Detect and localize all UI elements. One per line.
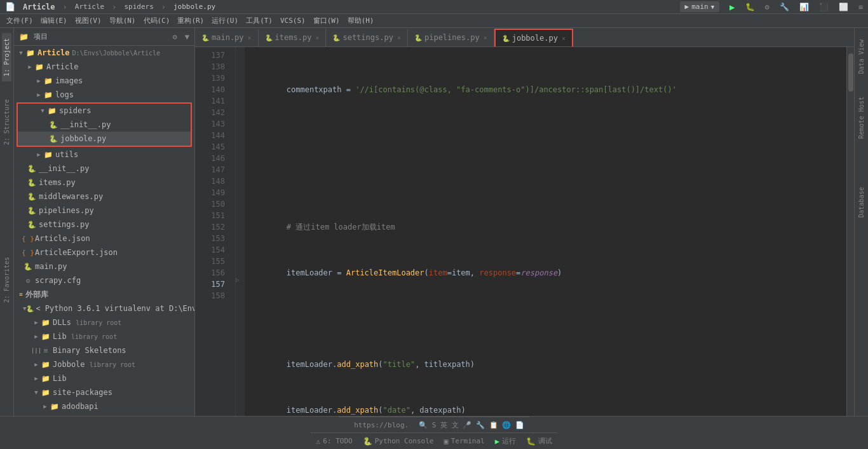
tree-main-py[interactable]: 🐍 main.py	[14, 259, 194, 273]
tree-scrapy-cfg[interactable]: ⚙ scrapy.cfg	[14, 273, 194, 287]
ln-154: 154	[204, 244, 230, 256]
menu-refactor[interactable]: 重构(R)	[173, 14, 208, 28]
tree-jobbole-py[interactable]: 🐍 jobbole.py	[18, 132, 191, 146]
menu-vcs[interactable]: VCS(S)	[276, 14, 309, 28]
tab-main-py[interactable]: 🐍 main.py ×	[195, 29, 259, 46]
tree-asn1crypto[interactable]: ▶ 📁 asn1crypto	[14, 413, 194, 416]
breakpoint-gutter	[195, 47, 204, 416]
toolbar-icon-6[interactable]: ≡	[858, 3, 863, 11]
toolbar-icon-4[interactable]: ⬛	[819, 3, 829, 11]
bottom-run[interactable]: ▶ 运行	[495, 436, 516, 446]
panel-toggle-icon[interactable]: ▼	[185, 32, 189, 41]
status-icons: 🔍 S 英 文 🎤 🔧 📋 🌐 📄	[419, 420, 524, 430]
titlebar: 📄 Article › Article › spiders › jobbole.…	[0, 0, 868, 14]
right-tab-remotehost[interactable]: Remote Host	[857, 92, 866, 144]
run-button[interactable]: ▶	[729, 2, 735, 12]
ln-148: 148	[204, 176, 230, 187]
code-editor[interactable]: 137 138 139 140 141 142 143 144 145 146 …	[195, 47, 854, 416]
tree-init-py[interactable]: 🐍 __init__.py	[18, 118, 191, 132]
terminal-label: Terminal	[451, 437, 485, 445]
sidebar-tab-project[interactable]: 1: Project	[2, 33, 11, 81]
run-config-selector[interactable]: ▶ main ▼	[680, 1, 720, 12]
ln-140: 140	[204, 84, 230, 95]
tab-label-jobbole: jobbole.py	[512, 34, 558, 43]
tab-settings-py[interactable]: 🐍 settings.py ×	[326, 29, 408, 46]
tree-jobbole-lib[interactable]: ▶ 📁 Jobbole library root	[14, 357, 194, 371]
ln-144: 144	[204, 130, 230, 141]
tree-items-py[interactable]: 🐍 items.py	[14, 176, 194, 190]
bottom-area: https://blog. 🔍 S 英 文 🎤 🔧 📋 🌐 📄 ⚠ 6: TOD…	[0, 416, 868, 449]
bottom-python-console[interactable]: 🐍 Python Console	[363, 437, 434, 446]
tree-external-libs[interactable]: ≡ 外部库	[14, 287, 194, 301]
toolbar-icon-3[interactable]: 📊	[799, 3, 809, 11]
tree-utils-folder[interactable]: ▶ 📁 utils	[14, 148, 194, 162]
tree-root[interactable]: ▼ 📁 Article D:\Envs\Jobbole\Article	[14, 46, 194, 60]
tree-settings-py[interactable]: 🐍 settings.py	[14, 218, 194, 231]
sidebar-tab-favorites[interactable]: 2: Favorites	[2, 252, 11, 308]
tree-dlls[interactable]: ▶ 📁 DLLs library root	[14, 315, 194, 329]
tree-pipelines-py[interactable]: 🐍 pipelines.py	[14, 204, 194, 218]
menu-file[interactable]: 文件(F)	[3, 14, 37, 28]
sidebar-tab-structure[interactable]: 2: Structure	[2, 94, 11, 150]
tree-logs-folder[interactable]: ▶ 📁 logs	[14, 88, 194, 102]
bottom-terminal[interactable]: ▣ Terminal	[444, 437, 484, 446]
tree-binary-skeletons[interactable]: ||| ≡ Binary Skeletons	[14, 343, 194, 357]
menu-window[interactable]: 窗口(W)	[309, 14, 344, 28]
menu-view[interactable]: 视图(V)	[71, 14, 105, 28]
panel-settings-icon[interactable]: ⚙	[173, 32, 177, 41]
menu-navigate[interactable]: 导航(N)	[105, 14, 140, 28]
breadcrumb-sep2: ›	[112, 3, 116, 11]
ln-149: 149	[204, 187, 230, 198]
bottom-todo[interactable]: ⚠ 6: TODO	[316, 437, 353, 446]
tree-lib-folder[interactable]: ▶ 📁 Lib	[14, 371, 194, 385]
code-line-137: commentxpath = '//i[contains(@class, "fa…	[250, 84, 841, 95]
ln-143: 143	[204, 118, 230, 130]
tab-close-items[interactable]: ×	[315, 34, 319, 41]
menu-edit[interactable]: 编辑(E)	[37, 14, 71, 28]
tree-root-init[interactable]: 🐍 __init__.py	[14, 162, 194, 176]
ln-146: 146	[204, 153, 230, 164]
tree-adodbapi[interactable]: ▶ 📁 adodbapi	[14, 399, 194, 413]
status-url: https://blog.	[354, 421, 409, 429]
tree-middlewares-py[interactable]: 🐍 middlewares.py	[14, 190, 194, 204]
tree-site-packages[interactable]: ▼ 📁 site-packages	[14, 385, 194, 399]
ln-145: 145	[204, 141, 230, 153]
tab-close-main[interactable]: ×	[248, 34, 252, 41]
toolbar-icon-2[interactable]: 🔧	[780, 3, 789, 11]
tree-lib-libraryroot[interactable]: ▶ 📁 Lib library root	[14, 329, 194, 343]
project-panel-header: 📁 项目 ⚙ ▼	[14, 28, 194, 46]
tree-article-folder[interactable]: ▶ 📁 Article	[14, 60, 194, 74]
tree-article-json[interactable]: { } Article.json	[14, 231, 194, 245]
project-icon: 📁	[19, 32, 29, 41]
ln-150: 150	[204, 198, 230, 210]
menu-tools[interactable]: 工具(T)	[242, 14, 276, 28]
toolbar-icon-5[interactable]: ⬜	[839, 3, 848, 11]
tab-label-pipelines: pipelines.py	[424, 33, 480, 42]
ln-158: 158	[204, 290, 230, 301]
tab-close-settings[interactable]: ×	[397, 34, 401, 41]
menu-code[interactable]: 代码(C)	[140, 14, 174, 28]
menu-run[interactable]: 运行(U)	[208, 14, 242, 28]
tab-jobbole-py[interactable]: 🐍 jobbole.py ×	[494, 29, 573, 46]
titlebar-app-name: Article	[23, 3, 55, 11]
vertical-scrollbar[interactable]	[846, 47, 854, 416]
tab-pipelines-py[interactable]: 🐍 pipelines.py ×	[408, 29, 494, 46]
project-header-label: 项目	[34, 32, 48, 41]
tab-items-py[interactable]: 🐍 items.py ×	[259, 29, 327, 46]
code-content[interactable]: commentxpath = '//i[contains(@class, "fa…	[245, 47, 846, 416]
bottom-debug[interactable]: 🐛 调试	[526, 436, 552, 446]
code-line-141: itemLoader = ArticleItemLoader(item=item…	[250, 267, 841, 279]
right-tab-database[interactable]: Database	[857, 182, 866, 223]
tree-python-virtualenv[interactable]: ▼ 🐍 < Python 3.6.1 virtualenv at D:\Envs	[14, 301, 194, 315]
breadcrumb-sep3: ›	[161, 3, 166, 11]
toolbar-icon-1[interactable]: ⚙	[765, 3, 770, 11]
right-tab-dataview[interactable]: Data View	[857, 34, 866, 79]
tree-spiders-folder[interactable]: ▼ 📁 spiders	[18, 104, 191, 118]
ln-141: 141	[204, 95, 230, 107]
tab-close-pipelines[interactable]: ×	[484, 34, 487, 41]
tree-articleexport-json[interactable]: { } ArticleExport.json	[14, 245, 194, 259]
menu-help[interactable]: 帮助(H)	[344, 14, 378, 28]
tab-close-jobbole[interactable]: ×	[562, 35, 566, 42]
tree-images-folder[interactable]: ▶ 📁 images	[14, 74, 194, 88]
debug-button[interactable]: 🐛	[745, 3, 755, 11]
